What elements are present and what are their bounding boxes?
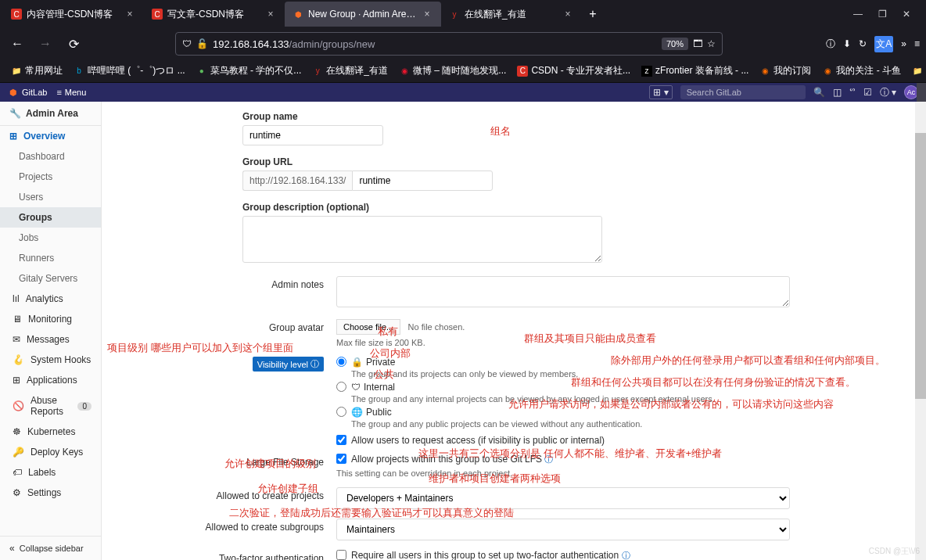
content-area: Group name 组名 Group URL http://192.168.1… — [102, 102, 926, 560]
menu-icon[interactable]: ≡ — [914, 38, 920, 49]
zoom-level[interactable]: 70% — [662, 38, 688, 50]
back-button[interactable]: ← — [6, 33, 28, 55]
badge: 0 — [77, 402, 92, 411]
sidebar-admin-area[interactable]: 🔧 Admin Area — [0, 102, 101, 126]
allowed-subgroups-select[interactable]: Maintainers — [336, 519, 790, 540]
info-icon[interactable]: ⓘ — [826, 38, 835, 51]
minimize-button[interactable]: — — [853, 9, 863, 20]
info-icon[interactable]: ⓘ — [622, 551, 630, 560]
close-window-button[interactable]: ✕ — [903, 9, 910, 20]
mini-scrollbar[interactable] — [917, 83, 926, 102]
lfs-checkbox[interactable] — [336, 454, 346, 464]
sidebar-hooks[interactable]: 🪝System Hooks — [0, 350, 101, 370]
sidebar-kubernetes[interactable]: ☸Kubernetes — [0, 422, 101, 442]
allow-request-checkbox[interactable] — [336, 435, 346, 445]
sidebar-monitoring[interactable]: 🖥Monitoring — [0, 309, 101, 329]
url-bar[interactable]: 🛡 🔓 192.168.164.133/admin/groups/new 70%… — [175, 32, 723, 56]
group-name-input[interactable] — [242, 125, 383, 145]
bookmark-runoob[interactable]: ●菜鸟教程 - 学的不仅... — [192, 61, 307, 81]
tab-csdn-content[interactable]: C 内容管理-CSDN博客 × — [3, 2, 144, 27]
overflow-icon[interactable]: » — [901, 38, 906, 49]
sidebar-messages[interactable]: ✉Messages — [0, 329, 101, 350]
group-desc-label: Group description (optional) — [242, 202, 910, 213]
sidebar-users[interactable]: Users — [0, 187, 101, 207]
translate-ext-icon[interactable]: 文A — [874, 36, 893, 52]
admin-notes-input[interactable] — [336, 276, 790, 307]
merge-icon[interactable]: ᔥ — [849, 87, 856, 98]
bookmark-star-icon[interactable]: ☆ — [707, 38, 716, 49]
issues-icon[interactable]: ◫ — [833, 87, 842, 98]
group-desc-input[interactable] — [242, 216, 602, 263]
site-icon: ● — [196, 66, 207, 77]
sidebar-applications[interactable]: ⊞Applications — [0, 370, 101, 390]
bookmark-bilibili[interactable]: b哔哩哔哩 (゜-゜)つロ ... — [69, 61, 190, 81]
visibility-public-radio[interactable] — [336, 407, 346, 417]
sidebar-overview[interactable]: ⊞ Overview — [0, 126, 101, 146]
close-icon[interactable]: × — [124, 8, 136, 20]
translate-icon[interactable]: 🗔 — [693, 38, 702, 49]
bookmark-weibo[interactable]: ◉微博 – 随时随地发现... — [394, 61, 511, 81]
annotation: 组名 — [490, 124, 511, 138]
scrollbar-thumb[interactable] — [915, 133, 926, 399]
sidebar-runners[interactable]: Runners — [0, 248, 101, 268]
sidebar-groups[interactable]: Groups — [0, 207, 101, 228]
toolbar-icons: ⓘ ⬇ ↻ 文A » ≡ — [826, 36, 920, 52]
search-input[interactable] — [680, 85, 806, 99]
info-icon[interactable]: ⓘ — [310, 358, 319, 370]
annotation: 二次验证，登陆成功后还需要输入验证码才可以真真意义的登陆 — [229, 506, 514, 520]
todo-icon[interactable]: ☑ — [863, 87, 872, 98]
sidebar-dashboard[interactable]: Dashboard — [0, 146, 101, 167]
visibility-internal-radio[interactable] — [336, 382, 346, 392]
bookmark-zfrontier[interactable]: zzFrontier 装备前线 - ... — [637, 61, 753, 81]
sidebar-jobs[interactable]: Jobs — [0, 228, 101, 248]
group-url-input[interactable] — [352, 171, 493, 191]
shield-icon[interactable]: 🛡 — [182, 38, 192, 49]
site-icon: y — [312, 66, 323, 77]
sidebar-settings[interactable]: ⚙Settings — [0, 483, 101, 503]
annotation: 项目级别 哪些用户可以加入到这个组里面 — [107, 341, 293, 355]
reload-button[interactable]: ⟳ — [63, 33, 84, 55]
help-icon[interactable]: ⓘ ▾ — [880, 86, 896, 99]
no-file-text: No file chosen. — [408, 322, 465, 332]
sidebar-gitaly[interactable]: Gitaly Servers — [0, 268, 101, 289]
tab-csdn-write[interactable]: C 写文章-CSDN博客 × — [144, 2, 285, 27]
maximize-button[interactable]: ❐ — [878, 9, 887, 20]
sidebar-projects[interactable]: Projects — [0, 167, 101, 187]
close-icon[interactable]: × — [562, 8, 574, 20]
admin-notes-label: Admin notes — [117, 276, 336, 310]
extension-icon[interactable]: ⬇ — [843, 38, 851, 49]
collapse-sidebar[interactable]: « Collapse sidebar — [0, 536, 101, 560]
tab-youdao[interactable]: y 在线翻译_有道 × — [441, 2, 582, 27]
site-icon: b — [74, 66, 84, 77]
bookmark-common[interactable]: 📁常用网址 — [6, 61, 67, 81]
tab-icon: y — [449, 9, 460, 20]
bookmark-linux[interactable]: 📁【Linux三剑客】下架... — [907, 61, 926, 81]
history-icon[interactable]: ↻ — [859, 38, 867, 49]
forward-button[interactable]: → — [34, 33, 56, 55]
scrollbar[interactable] — [915, 102, 926, 560]
lock-icon[interactable]: 🔓 — [196, 38, 208, 49]
bookmark-subscribe[interactable]: ◉我的订阅 — [755, 61, 816, 81]
twofa-checkbox[interactable] — [336, 550, 346, 560]
plus-icon[interactable]: ⊞ ▾ — [649, 85, 672, 99]
gitlab-icon: ⬢ — [9, 88, 17, 98]
search-icon[interactable]: 🔍 — [813, 87, 825, 98]
label-icon: 🏷 — [13, 467, 22, 478]
tab-gitlab-active[interactable]: ⬢ New Group · Admin Area · Gi × — [285, 2, 441, 27]
bookmark-youdao[interactable]: y在线翻译_有道 — [307, 61, 393, 81]
tab-title: 内容管理-CSDN博客 — [27, 8, 119, 21]
hook-icon: 🪝 — [13, 354, 24, 365]
gitlab-menu[interactable]: ≡ Menu — [56, 88, 86, 97]
close-icon[interactable]: × — [264, 8, 277, 20]
sidebar-analytics[interactable]: lılAnalytics — [0, 289, 101, 309]
close-icon[interactable]: × — [421, 8, 433, 20]
visibility-private-radio[interactable] — [336, 357, 346, 367]
sidebar-labels[interactable]: 🏷Labels — [0, 462, 101, 483]
gitlab-logo[interactable]: ⬢ GitLab — [9, 88, 47, 98]
sidebar-abuse[interactable]: 🚫Abuse Reports0 — [0, 390, 101, 422]
sidebar-deploy-keys[interactable]: 🔑Deploy Keys — [0, 442, 101, 462]
bookmark-csdn[interactable]: CCSDN - 专业开发者社... — [512, 61, 635, 81]
new-tab-button[interactable]: + — [582, 3, 604, 25]
allowed-subgroups-label: Allowed to create subgroups — [117, 519, 336, 540]
bookmark-douyu[interactable]: ◉我的关注 - 斗鱼 — [817, 61, 906, 81]
